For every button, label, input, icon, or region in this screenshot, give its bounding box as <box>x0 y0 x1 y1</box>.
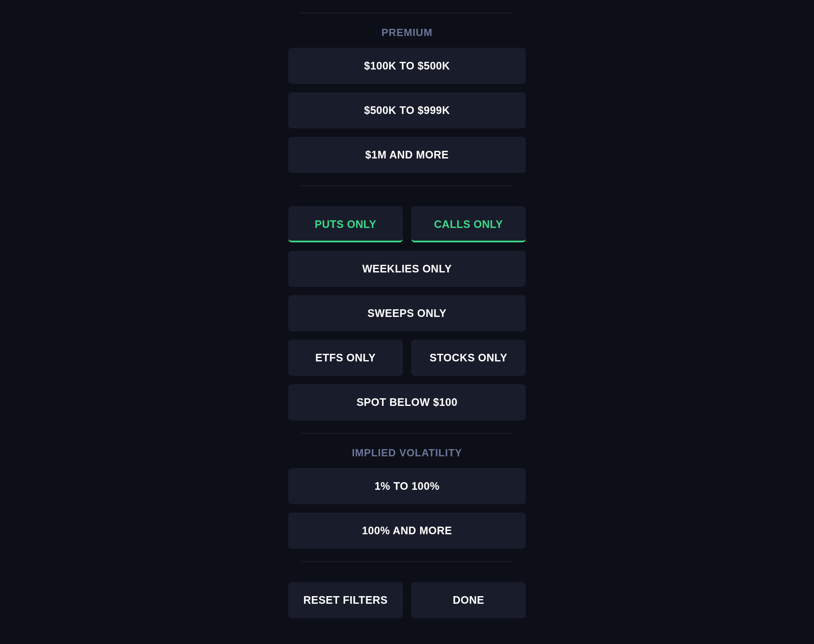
premium-option-100k-500k[interactable]: $100K TO $500K <box>288 48 526 84</box>
done-button[interactable]: DONE <box>411 582 526 618</box>
iv-option-1-100[interactable]: 1% TO 100% <box>288 468 526 504</box>
premium-section-label: PREMIUM <box>288 27 526 39</box>
divider <box>301 561 513 562</box>
etfs-only-button[interactable]: ETFS ONLY <box>288 340 403 376</box>
puts-only-button[interactable]: PUTS ONLY <box>288 206 403 242</box>
premium-option-500k-999k[interactable]: $500K TO $999K <box>288 92 526 128</box>
action-buttons-row: RESET FILTERS DONE <box>288 582 526 627</box>
etfs-stocks-row: ETFS ONLY STOCKS ONLY <box>288 340 526 384</box>
calls-only-button[interactable]: CALLS ONLY <box>411 206 526 242</box>
stocks-only-button[interactable]: STOCKS ONLY <box>411 340 526 376</box>
iv-option-100-more[interactable]: 100% AND MORE <box>288 513 526 549</box>
premium-option-1m-more[interactable]: $1M AND MORE <box>288 137 526 173</box>
divider <box>301 433 513 433</box>
puts-calls-row: PUTS ONLY CALLS ONLY <box>288 206 526 251</box>
iv-section-label: IMPLIED VOLATILITY <box>288 447 526 459</box>
spacer <box>288 566 526 582</box>
spacer <box>288 190 526 206</box>
divider <box>301 186 513 186</box>
reset-filters-button[interactable]: RESET FILTERS <box>288 582 403 618</box>
weeklies-only-button[interactable]: WEEKLIES ONLY <box>288 251 526 287</box>
spot-below-100-button[interactable]: SPOT BELOW $100 <box>288 384 526 420</box>
filter-panel: PREMIUM $100K TO $500K $500K TO $999K $1… <box>288 8 526 644</box>
sweeps-only-button[interactable]: SWEEPS ONLY <box>288 295 526 331</box>
divider <box>301 13 513 13</box>
